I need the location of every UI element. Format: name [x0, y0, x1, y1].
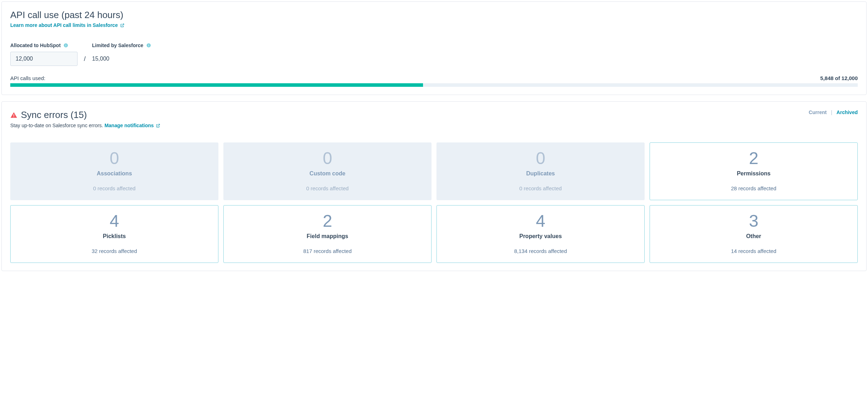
limited-label: Limited by Salesforce [92, 43, 151, 48]
calls-used-label: API calls used: [10, 75, 45, 81]
error-card-field-mappings[interactable]: 2Field mappings817 records affected [223, 205, 432, 263]
external-link-icon [120, 23, 125, 28]
error-card-label: Permissions [654, 170, 853, 177]
progress-bar [10, 83, 858, 87]
error-card-property-values[interactable]: 4Property values8,134 records affected [436, 205, 645, 263]
error-card-affected: 0 records affected [228, 185, 427, 191]
progress-fill [10, 83, 423, 87]
error-card-label: Property values [441, 233, 640, 240]
error-card-affected: 14 records affected [654, 248, 853, 254]
error-card-picklists[interactable]: 4Picklists32 records affected [10, 205, 218, 263]
usage-row: API calls used: 5,848 of 12,000 [10, 75, 858, 81]
error-card-affected: 0 records affected [15, 185, 214, 191]
error-card-affected: 817 records affected [228, 248, 427, 254]
error-card-other[interactable]: 3Other14 records affected [650, 205, 858, 263]
svg-rect-4 [148, 45, 149, 46]
error-card-label: Picklists [15, 233, 214, 240]
sync-subtitle-text: Stay up-to-date on Salesforce sync error… [10, 123, 104, 128]
svg-rect-7 [13, 116, 14, 117]
error-card-affected: 0 records affected [441, 185, 640, 191]
divider-slash: / [84, 52, 86, 66]
alert-triangle-icon [10, 112, 17, 119]
svg-rect-6 [13, 114, 14, 116]
learn-more-link[interactable]: Learn more about API call limits in Sale… [10, 22, 125, 28]
error-card-count: 2 [654, 150, 853, 167]
error-card-label: Associations [15, 170, 214, 177]
error-card-affected: 32 records affected [15, 248, 214, 254]
tab-archived[interactable]: Archived [836, 109, 858, 115]
error-card-count: 0 [15, 150, 214, 167]
error-card-label: Field mappings [228, 233, 427, 240]
manage-notifications-link[interactable]: Manage notifications [104, 123, 160, 128]
calls-used-value: 5,848 of 12,000 [820, 75, 858, 81]
error-card-count: 4 [15, 213, 214, 230]
limited-value: 15,000 [92, 52, 151, 66]
svg-rect-5 [148, 44, 149, 45]
allocation-row: Allocated to HubSpot / Limited by Salesf… [10, 43, 858, 66]
api-call-panel: API call use (past 24 hours) Learn more … [1, 1, 867, 95]
sync-title-row: Sync errors (15) [10, 109, 160, 120]
error-card-associations[interactable]: 0Associations0 records affected [10, 142, 218, 200]
error-card-custom-code[interactable]: 0Custom code0 records affected [223, 142, 432, 200]
limited-label-text: Limited by Salesforce [92, 43, 143, 48]
error-card-count: 0 [228, 150, 427, 167]
allocated-label: Allocated to HubSpot [10, 43, 78, 48]
sync-title: Sync errors (15) [21, 109, 87, 120]
info-icon[interactable] [146, 43, 151, 48]
api-panel-title: API call use (past 24 hours) [10, 10, 858, 21]
sync-header: Sync errors (15) Stay up-to-date on Sale… [10, 109, 858, 128]
limited-field-group: Limited by Salesforce 15,000 [92, 43, 151, 66]
allocated-input[interactable] [10, 52, 78, 66]
tab-divider: | [831, 109, 832, 115]
allocated-label-text: Allocated to HubSpot [10, 43, 61, 48]
manage-notifications-text: Manage notifications [104, 123, 154, 128]
learn-more-text: Learn more about API call limits in Sale… [10, 22, 118, 28]
error-card-affected: 28 records affected [654, 185, 853, 191]
allocated-field-group: Allocated to HubSpot [10, 43, 78, 66]
tab-current[interactable]: Current [809, 109, 827, 115]
sync-tabs: Current | Archived [809, 109, 858, 115]
sync-subtitle: Stay up-to-date on Salesforce sync error… [10, 123, 160, 128]
error-card-count: 3 [654, 213, 853, 230]
sync-errors-panel: Sync errors (15) Stay up-to-date on Sale… [1, 101, 867, 271]
error-card-count: 0 [441, 150, 640, 167]
error-card-affected: 8,134 records affected [441, 248, 640, 254]
error-card-permissions[interactable]: 2Permissions28 records affected [650, 142, 858, 200]
error-card-count: 4 [441, 213, 640, 230]
info-icon[interactable] [63, 43, 68, 48]
error-card-label: Custom code [228, 170, 427, 177]
error-card-label: Duplicates [441, 170, 640, 177]
error-cards-grid: 0Associations0 records affected0Custom c… [10, 142, 858, 263]
error-card-duplicates[interactable]: 0Duplicates0 records affected [436, 142, 645, 200]
external-link-icon [156, 123, 160, 128]
error-card-count: 2 [228, 213, 427, 230]
sync-header-left: Sync errors (15) Stay up-to-date on Sale… [10, 109, 160, 128]
svg-rect-2 [66, 44, 66, 45]
error-card-label: Other [654, 233, 853, 240]
svg-rect-1 [66, 45, 66, 46]
